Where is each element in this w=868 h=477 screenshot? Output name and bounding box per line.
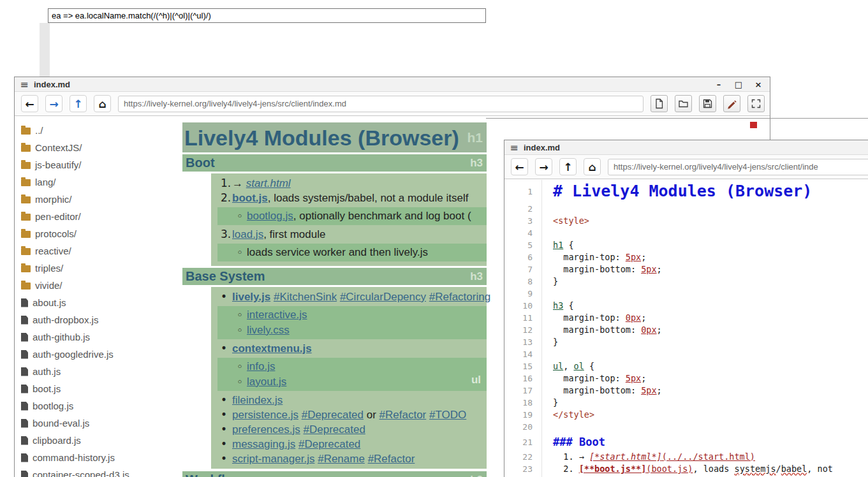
doc-link[interactable]: #Refactor xyxy=(379,409,427,421)
home-button[interactable]: ⌂ xyxy=(584,158,601,175)
file-item[interactable]: auth-github.js xyxy=(15,328,182,346)
file-type-icon xyxy=(21,333,28,342)
doc-link[interactable]: #Rename xyxy=(318,453,365,465)
list-item: ◦ lively.css xyxy=(217,323,487,338)
list-item: 2. boot.js, loads systemjs/babel, not a … xyxy=(211,191,487,205)
text-token: 1. → xyxy=(553,451,589,462)
back-button[interactable]: ← xyxy=(511,158,528,175)
doc-link[interactable]: #CircularDepency xyxy=(340,291,426,303)
text-token: (boot.js) xyxy=(646,464,693,474)
file-item[interactable]: auth-dropbox.js xyxy=(15,311,182,328)
element-filter-input[interactable] xyxy=(48,8,486,23)
code-line: 5 h1 { xyxy=(504,239,868,251)
file-item[interactable]: protocols/ xyxy=(15,225,182,242)
right-window-chrome: ≡ index.md ← → ↑ ⌂ 1 # Lively4 Modules (… xyxy=(504,140,868,477)
text-token: systemjs xyxy=(735,464,776,474)
doc-link[interactable]: lively.js xyxy=(232,291,270,303)
new-file-button[interactable] xyxy=(651,95,668,112)
list-item-text: preferences.js #Deprecated xyxy=(232,422,365,437)
doc-link[interactable]: interactive.js xyxy=(247,309,307,321)
doc-link[interactable]: [**boot.js**] xyxy=(579,464,647,474)
left-window-titlebar[interactable]: ≡ index.md – □ × xyxy=(15,77,770,92)
line-number: 9 xyxy=(504,288,533,300)
doc-link[interactable]: info.js xyxy=(247,360,275,372)
doc-link[interactable]: #Refactoring xyxy=(429,291,490,303)
edit-button[interactable] xyxy=(723,95,740,112)
back-button[interactable]: ← xyxy=(21,95,38,112)
up-button[interactable]: ↑ xyxy=(70,95,87,112)
file-item[interactable]: bound-eval.js xyxy=(15,415,182,432)
fullscreen-button[interactable] xyxy=(747,95,765,112)
file-item[interactable]: auth.js xyxy=(15,363,182,380)
doc-link[interactable]: layout.js xyxy=(247,376,286,388)
doc-link[interactable]: script-manager.js xyxy=(232,453,314,465)
file-item[interactable]: morphic/ xyxy=(15,191,182,208)
maximize-button[interactable]: □ xyxy=(733,80,744,89)
line-number: 6 xyxy=(504,251,533,263)
home-button[interactable]: ⌂ xyxy=(94,95,111,112)
doc-link[interactable]: persistence.js xyxy=(232,409,298,421)
save-button[interactable] xyxy=(699,95,716,112)
doc-link[interactable]: #Deprecated xyxy=(302,409,364,421)
code-text: margin-top: 5px; xyxy=(504,251,868,263)
file-item[interactable]: container-scoped-d3.js xyxy=(15,466,182,477)
file-item[interactable]: pen-editor/ xyxy=(15,208,182,225)
file-item[interactable]: boot.js xyxy=(15,380,182,397)
text-token: h1 xyxy=(553,240,563,250)
doc-link[interactable]: messaging.js xyxy=(232,438,295,450)
file-item[interactable]: reactive/ xyxy=(15,242,182,260)
file-item[interactable]: js-beautify/ xyxy=(15,156,182,173)
text-token: { xyxy=(584,361,594,371)
forward-button[interactable]: → xyxy=(535,158,552,175)
file-item[interactable]: triples/ xyxy=(15,260,182,277)
file-item[interactable]: lang/ xyxy=(15,173,182,191)
list-item: • preferences.js #Deprecated xyxy=(211,422,487,437)
doc-link[interactable]: load.js xyxy=(232,228,263,240)
code-text: # Lively4 Modules (Browser) xyxy=(504,180,868,203)
h1-highlight-box: h1 Lively4 Modules (Browser) xyxy=(182,122,487,152)
window-menu-icon[interactable]: ≡ xyxy=(15,78,34,91)
text-token: 5px xyxy=(626,373,641,383)
doc-link[interactable]: #Refactor xyxy=(368,453,415,465)
text-token: loads service worker and then lively.js xyxy=(247,246,428,258)
file-item[interactable]: ContextJS/ xyxy=(15,139,182,156)
code-line: 17 margin-bottom: 5px; xyxy=(504,385,868,397)
doc-link[interactable]: #Deprecated xyxy=(304,423,365,436)
file-item[interactable]: vivide/ xyxy=(15,277,182,294)
doc-link[interactable]: fileindex.js xyxy=(232,394,283,406)
left-window-navbar: ← → ↑ ⌂ xyxy=(15,92,770,116)
doc-link[interactable]: contextmenu.js xyxy=(232,342,312,355)
file-type-icon xyxy=(21,385,28,393)
file-item[interactable]: bootlog.js xyxy=(15,397,182,415)
file-item[interactable]: auth-googledrive.js xyxy=(15,346,182,363)
forward-button[interactable]: → xyxy=(45,95,63,112)
doc-link[interactable]: [*start.html*] xyxy=(589,451,662,462)
file-type-icon xyxy=(21,367,28,376)
close-button[interactable]: × xyxy=(753,80,763,89)
doc-link[interactable]: bootlog.js xyxy=(247,210,293,222)
doc-link[interactable]: #KitchenSink xyxy=(274,291,337,303)
file-item[interactable]: command-history.js xyxy=(15,449,182,466)
file-item[interactable]: clipboard.js xyxy=(15,432,182,449)
url-input[interactable] xyxy=(118,96,644,112)
doc-link[interactable]: #TODO xyxy=(429,409,466,421)
open-folder-button[interactable] xyxy=(675,95,692,112)
doc-link[interactable]: boot.js xyxy=(232,192,268,204)
right-window-titlebar[interactable]: ≡ index.md xyxy=(504,140,868,155)
file-item[interactable]: ../ xyxy=(15,122,182,139)
code-editor[interactable]: 1 # Lively4 Modules (Browser) 2 3 <style… xyxy=(504,180,868,477)
minimize-button[interactable]: – xyxy=(714,80,724,89)
file-name: ContextJS/ xyxy=(35,142,82,153)
window-menu-icon[interactable]: ≡ xyxy=(504,142,524,154)
doc-link[interactable]: lively.css xyxy=(247,324,290,336)
doc-link[interactable]: start.html xyxy=(246,177,291,189)
list-item: • contextmenu.js xyxy=(211,341,487,356)
url-input[interactable] xyxy=(608,159,868,175)
file-item[interactable]: about.js xyxy=(15,294,182,311)
doc-link[interactable]: preferences.js xyxy=(232,423,300,436)
text-token: 5px xyxy=(626,252,641,262)
code-line: 20 xyxy=(504,421,868,433)
up-button[interactable]: ↑ xyxy=(559,158,577,175)
list-item-text: persistence.js #Deprecated or #Refactor … xyxy=(232,407,466,422)
doc-link[interactable]: #Deprecated xyxy=(298,438,360,450)
